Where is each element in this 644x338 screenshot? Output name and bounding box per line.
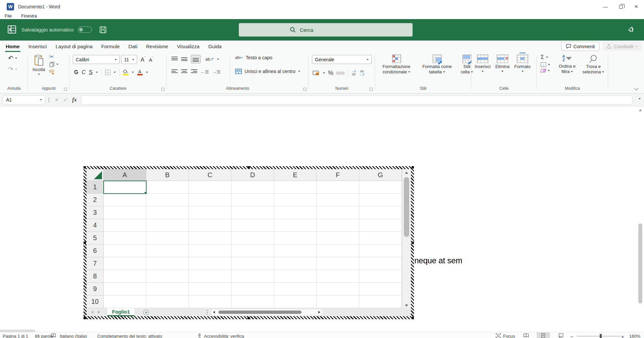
cancel-entry-icon[interactable]: × xyxy=(52,96,61,104)
read-mode-icon[interactable] xyxy=(523,333,529,338)
align-top-icon[interactable] xyxy=(171,57,178,62)
cell-E7[interactable] xyxy=(274,257,317,270)
redo-dropdown-icon[interactable] xyxy=(15,69,17,70)
cell-G6[interactable] xyxy=(359,245,402,257)
format-painter-icon[interactable] xyxy=(49,70,55,75)
cell-E1[interactable] xyxy=(274,181,317,194)
cell-B6[interactable] xyxy=(146,245,189,257)
column-header-F[interactable]: F xyxy=(317,169,359,181)
sort-filter-button[interactable]: AZ Ordina e filtra xyxy=(556,55,578,74)
cell-B7[interactable] xyxy=(146,257,189,270)
web-layout-icon[interactable] xyxy=(558,333,564,338)
doc-scroll-thumb[interactable] xyxy=(638,223,642,303)
cell-B2[interactable] xyxy=(146,194,189,206)
menu-file[interactable]: File xyxy=(5,13,12,19)
formula-input[interactable] xyxy=(81,95,633,105)
tabbar-resize-handle[interactable] xyxy=(207,310,208,315)
autosave-toggle[interactable] xyxy=(78,26,92,33)
cell-A2[interactable] xyxy=(104,194,146,206)
doc-scroll-up-icon[interactable] xyxy=(639,109,642,111)
cell-A8[interactable] xyxy=(104,270,146,283)
cell-A10[interactable] xyxy=(104,295,146,308)
save-icon[interactable] xyxy=(99,26,107,33)
cell-C8[interactable] xyxy=(189,270,231,283)
decrease-decimal-icon[interactable]: .00→,0 xyxy=(359,70,365,76)
copy-button[interactable] xyxy=(49,62,58,67)
document-vertical-scrollbar[interactable] xyxy=(638,108,643,330)
cell-D3[interactable] xyxy=(231,206,274,219)
orientation-icon[interactable]: ab↗ xyxy=(205,57,214,62)
cell-B10[interactable] xyxy=(146,295,189,308)
bold-button[interactable]: G xyxy=(74,70,78,75)
embedded-excel-object[interactable]: ABCDEFG12345678910 Foglio1 + xyxy=(84,166,414,319)
autosum-button[interactable]: Σ xyxy=(541,54,550,60)
shrink-font-button[interactable]: Aˇ xyxy=(149,56,154,63)
restore-button[interactable] xyxy=(613,0,629,13)
cell-G10[interactable] xyxy=(359,295,402,308)
row-header-9[interactable]: 9 xyxy=(87,283,104,295)
tab-guida[interactable]: Guida xyxy=(204,41,226,52)
cell-C1[interactable] xyxy=(189,181,231,194)
cell-B9[interactable] xyxy=(146,283,189,295)
resize-handle[interactable] xyxy=(412,166,414,168)
insert-cells-button[interactable]: ← Inserisci xyxy=(475,55,491,72)
status-language[interactable]: Italiano (Italia) xyxy=(60,334,87,338)
tab-visualizza[interactable]: Visualizza xyxy=(172,41,204,52)
zoom-slider-thumb[interactable] xyxy=(600,334,602,338)
cell-D2[interactable] xyxy=(231,194,274,206)
borders-dropdown-icon[interactable] xyxy=(114,72,116,73)
underline-dropdown-icon[interactable] xyxy=(96,72,98,73)
undo-icon[interactable]: ↶ xyxy=(8,55,13,61)
redo-icon[interactable]: ↷ xyxy=(8,66,13,72)
font-name-select[interactable]: Calibri xyxy=(73,55,120,64)
formula-bar-expand-icon[interactable] xyxy=(639,98,641,99)
align-right-icon[interactable] xyxy=(191,69,197,74)
clear-button[interactable] xyxy=(541,69,550,72)
cell-A9[interactable] xyxy=(104,283,146,295)
tab-revisione[interactable]: Revisione xyxy=(142,41,173,52)
wrap-text-button[interactable]: ab↩ Testo a capo xyxy=(235,55,272,60)
row-header-1[interactable]: 1 xyxy=(87,181,104,194)
cell-D4[interactable] xyxy=(231,219,274,232)
cell-A4[interactable] xyxy=(104,219,146,232)
row-header-3[interactable]: 3 xyxy=(87,206,104,219)
fill-button[interactable]: ↓ xyxy=(541,62,550,67)
scroll-right-icon[interactable] xyxy=(318,311,320,314)
menu-finestra[interactable]: Finestra xyxy=(21,13,37,19)
align-left-icon[interactable] xyxy=(171,69,178,74)
cell-G5[interactable] xyxy=(359,232,402,245)
conditional-formatting-button[interactable]: Formattazione condizionale xyxy=(378,55,415,75)
status-accessibility[interactable]: Accessibilità: verifica xyxy=(204,334,244,338)
comments-button[interactable]: Commenti xyxy=(561,42,600,51)
column-header-D[interactable]: D xyxy=(231,169,274,181)
resize-handle[interactable] xyxy=(248,317,250,319)
cell-C10[interactable] xyxy=(189,295,231,308)
numeri-dialog-launcher-icon[interactable] xyxy=(369,87,373,91)
zoom-out-icon[interactable]: − xyxy=(570,334,573,338)
column-header-C[interactable]: C xyxy=(189,169,231,181)
cell-F10[interactable] xyxy=(317,295,359,308)
format-cells-button[interactable]: Formato xyxy=(514,55,530,72)
increase-indent-icon[interactable]: →☰ xyxy=(212,69,221,74)
proofing-icon[interactable] xyxy=(51,333,56,338)
prev-sheet-icon[interactable] xyxy=(91,311,93,314)
row-header-10[interactable]: 10 xyxy=(87,295,104,308)
status-word-count[interactable]: 86 parole xyxy=(35,334,53,338)
cell-D7[interactable] xyxy=(231,257,274,270)
cell-E4[interactable] xyxy=(274,219,317,232)
appunti-dialog-launcher-icon[interactable] xyxy=(64,87,67,91)
cell-G9[interactable] xyxy=(359,283,402,295)
currency-dropdown-icon[interactable] xyxy=(323,72,325,74)
cell-F4[interactable] xyxy=(317,219,359,232)
share-button[interactable]: Condividi xyxy=(603,42,641,51)
cell-C4[interactable] xyxy=(189,219,231,232)
resize-handle[interactable] xyxy=(84,242,86,244)
print-layout-icon[interactable] xyxy=(541,333,545,338)
resize-handle[interactable] xyxy=(248,166,250,168)
tab-formule[interactable]: Formule xyxy=(97,41,124,52)
underline-button[interactable]: S xyxy=(89,70,93,75)
search-box[interactable]: Cerca xyxy=(239,23,413,37)
decrease-indent-icon[interactable]: ←☰ xyxy=(201,69,209,74)
cell-G2[interactable] xyxy=(359,194,402,206)
cell-E10[interactable] xyxy=(274,295,317,308)
